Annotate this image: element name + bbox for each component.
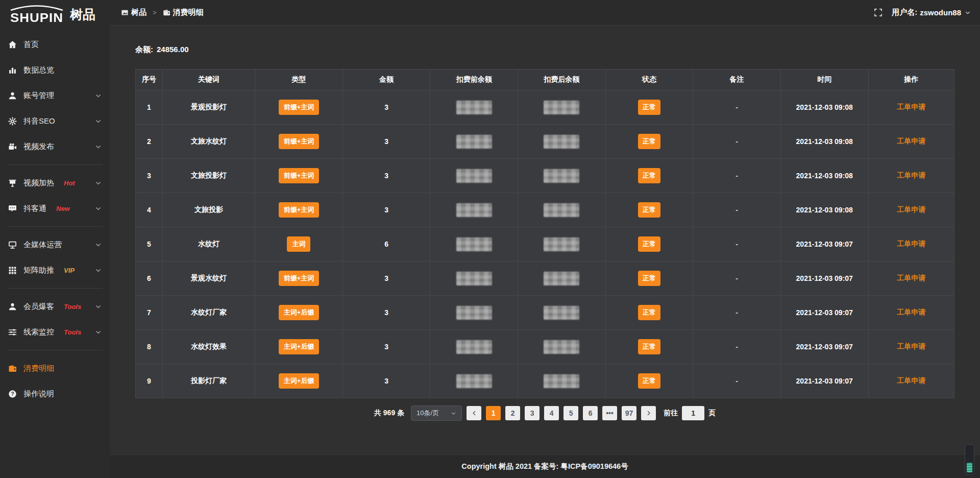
redacted-value xyxy=(456,169,492,183)
sidebar-item-label: 首页 xyxy=(23,40,39,50)
redacted-value xyxy=(544,340,579,354)
cell-balance-before xyxy=(430,227,518,261)
cell-balance-after xyxy=(518,193,606,227)
cell-type: 前缀+主词 xyxy=(255,193,343,227)
work-order-link[interactable]: 工单申请 xyxy=(897,205,925,213)
table-row: 4文旅投影前缀+主词3正常-2021-12-03 09:08工单申请 xyxy=(136,193,954,227)
page-button-2[interactable]: 2 xyxy=(505,406,520,420)
main-column: 树品 > 消费明细 用户名: zswodun88 余额: 24 xyxy=(110,0,980,478)
cell-action: 工单申请 xyxy=(868,261,954,296)
work-order-link[interactable]: 工单申请 xyxy=(897,137,925,145)
sidebar-item-data-overview[interactable]: 数据总览 xyxy=(0,57,110,83)
cell-value: 文旅水纹灯 xyxy=(191,137,227,145)
cell-value: - xyxy=(736,103,738,111)
cell-value: 2021-12-03 09:07 xyxy=(796,343,853,351)
cell-time: 2021-12-03 09:08 xyxy=(780,193,868,227)
scroll-widget[interactable] xyxy=(965,444,974,475)
table-row: 1景观投影灯前缀+主词3正常-2021-12-03 09:08工单申请 xyxy=(136,90,954,125)
username-value: zswodun88 xyxy=(920,8,961,17)
cell-index: 4 xyxy=(136,193,163,227)
chevron-left-icon xyxy=(471,410,477,416)
goto-page-input[interactable] xyxy=(682,406,704,420)
cell-keyword: 文旅投影灯 xyxy=(162,159,255,193)
sidebar-item-consumption[interactable]: 消费明细 xyxy=(0,355,110,381)
cell-index: 1 xyxy=(136,90,163,125)
cell-remark: - xyxy=(693,364,781,398)
cell-status: 正常 xyxy=(605,125,693,159)
sidebar-item-video-publish[interactable]: 视频发布 xyxy=(0,134,110,159)
page-button-1[interactable]: 1 xyxy=(486,406,501,420)
user-menu[interactable]: 用户名: zswodun88 xyxy=(892,8,971,17)
cell-amount: 3 xyxy=(342,193,430,227)
redacted-value xyxy=(456,203,492,217)
sidebar-item-label: 全媒体运营 xyxy=(23,240,62,250)
page-button-4[interactable]: 4 xyxy=(544,406,559,420)
sidebar-item-home[interactable]: 首页 xyxy=(0,32,110,57)
cell-index: 6 xyxy=(136,261,163,296)
cell-time: 2021-12-03 09:08 xyxy=(780,90,868,125)
header-bar: 树品 > 消费明细 用户名: zswodun88 xyxy=(110,0,980,26)
work-order-link[interactable]: 工单申请 xyxy=(897,308,925,316)
breadcrumb-item-home[interactable]: 树品 xyxy=(121,8,146,17)
cell-balance-after xyxy=(518,296,606,330)
sidebar-item-douketong[interactable]: 抖客通New xyxy=(0,196,110,221)
sidebar-item-video-heat[interactable]: 视频加热Hot xyxy=(0,170,110,196)
sidebar-item-account[interactable]: 账号管理 xyxy=(0,83,110,108)
sidebar-item-member-boom[interactable]: 会员爆客Tools xyxy=(0,294,110,319)
cell-remark: - xyxy=(693,159,781,193)
work-order-link[interactable]: 工单申请 xyxy=(897,376,925,385)
cell-value: 水纹灯厂家 xyxy=(191,308,227,316)
redacted-value xyxy=(456,374,492,388)
prev-page-button[interactable] xyxy=(467,406,481,420)
next-page-button[interactable] xyxy=(641,406,656,420)
cell-index: 3 xyxy=(136,159,163,193)
cell-value: 6 xyxy=(147,274,151,282)
cell-time: 2021-12-03 09:07 xyxy=(780,364,868,398)
sidebar-item-clue-monitor[interactable]: 线索监控Tools xyxy=(0,319,110,345)
page-size-select[interactable]: 10条/页 xyxy=(411,405,462,421)
cell-time: 2021-12-03 09:07 xyxy=(780,330,868,364)
cell-balance-after xyxy=(518,364,606,398)
page-button-6[interactable]: 6 xyxy=(583,406,598,420)
cell-index: 7 xyxy=(136,296,163,330)
user-icon xyxy=(8,91,17,100)
work-order-link[interactable]: 工单申请 xyxy=(897,240,925,248)
cell-status: 正常 xyxy=(605,227,693,261)
cell-value: 3 xyxy=(384,377,388,385)
cell-value: 3 xyxy=(384,206,388,214)
cell-index: 8 xyxy=(136,330,163,364)
sidebar-item-douyin-seo[interactable]: 抖音SEO xyxy=(0,108,110,134)
chevron-down-icon xyxy=(95,303,102,310)
page-ellipsis-button[interactable]: ••• xyxy=(602,406,617,420)
page-button-5[interactable]: 5 xyxy=(564,406,578,420)
sidebar-item-help[interactable]: ?操作说明 xyxy=(0,381,110,407)
work-order-link[interactable]: 工单申请 xyxy=(897,274,925,282)
page-button-97[interactable]: 97 xyxy=(622,406,636,420)
page-button-3[interactable]: 3 xyxy=(525,406,540,420)
cell-value: - xyxy=(736,206,738,214)
cell-value: 2021-12-03 09:07 xyxy=(796,377,853,385)
sidebar-item-matrix-boost[interactable]: 矩阵助推VIP xyxy=(0,257,110,283)
brand-logo[interactable]: SHUPIN 树品 xyxy=(0,0,110,30)
breadcrumb-item-current[interactable]: 消费明细 xyxy=(163,8,204,17)
fullscreen-icon[interactable] xyxy=(874,8,883,17)
type-badge: 前缀+主词 xyxy=(279,100,320,115)
cell-type: 主词 xyxy=(255,227,343,261)
sidebar-item-label: 会员爆客 xyxy=(23,302,54,312)
pagination: 共 969 条 10条/页 123456•••97 前往 页 xyxy=(135,405,954,421)
work-order-link[interactable]: 工单申请 xyxy=(897,342,925,350)
cell-amount: 3 xyxy=(342,330,430,364)
work-order-link[interactable]: 工单申请 xyxy=(897,103,925,111)
wallet-icon xyxy=(8,364,17,373)
sidebar-item-media-ops[interactable]: 全媒体运营 xyxy=(0,232,110,257)
status-badge: 正常 xyxy=(638,202,660,218)
cell-value: - xyxy=(736,172,738,180)
work-order-link[interactable]: 工单申请 xyxy=(897,171,925,179)
column-header: 操作 xyxy=(868,69,954,90)
cell-value: 7 xyxy=(147,308,151,317)
page-size-value: 10条/页 xyxy=(416,409,439,418)
home-icon xyxy=(8,40,17,49)
cell-action: 工单申请 xyxy=(868,227,954,261)
cell-type: 主词+后缀 xyxy=(255,330,343,364)
chevron-down-icon xyxy=(95,180,102,186)
